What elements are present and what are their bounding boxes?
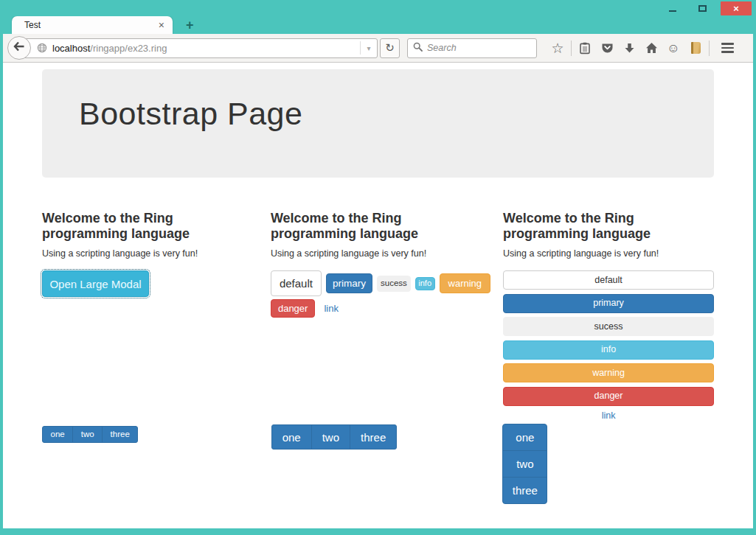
search-box[interactable]: [407, 38, 537, 58]
button-groups-row: one two three one two three one two thre…: [42, 424, 714, 504]
navigation-toolbar: localhost/ringapp/ex23.ring ▾ ↻ ☆: [3, 34, 753, 63]
back-arrow-icon: [13, 41, 25, 55]
primary-block-button[interactable]: primary: [503, 294, 714, 313]
vertical-button-group: one two three: [502, 424, 547, 504]
small-button-group: one two three: [42, 426, 138, 443]
column-2: Welcome to the Ring programming language…: [266, 206, 490, 424]
column-heading: Welcome to the Ring programming language: [503, 211, 687, 242]
danger-block-button[interactable]: danger: [503, 387, 714, 406]
sucess-block-button[interactable]: sucess: [503, 317, 714, 336]
search-icon: [413, 41, 423, 55]
group-button-one[interactable]: one: [271, 424, 312, 450]
column-heading: Welcome to the Ring programming language: [42, 211, 226, 242]
info-button[interactable]: info: [415, 277, 435, 290]
group-cell-3: one two three: [490, 424, 714, 504]
column-heading: Welcome to the Ring programming language: [271, 211, 455, 242]
tab-title: Test: [24, 20, 157, 30]
bookmark-star-icon[interactable]: ☆: [547, 41, 569, 55]
column-subtext: Using a scripting language is very fun!: [271, 248, 490, 259]
default-block-button[interactable]: default: [503, 270, 714, 290]
button-row-2: danger link: [271, 299, 490, 318]
columns-row: Welcome to the Ring programming language…: [42, 206, 714, 424]
url-host: localhost: [52, 43, 90, 54]
new-tab-button[interactable]: +: [181, 18, 198, 32]
book-icon[interactable]: [684, 42, 707, 54]
toolbar-separator: [709, 41, 710, 56]
warning-block-button[interactable]: warning: [503, 363, 714, 382]
open-large-modal-button[interactable]: Open Large Modal: [42, 270, 149, 297]
back-button[interactable]: [7, 36, 31, 60]
toolbar-icons: ☆ ☺: [547, 41, 740, 56]
group-button-three[interactable]: three: [102, 426, 138, 443]
minimize-button[interactable]: [662, 1, 684, 15]
group-button-three[interactable]: three: [502, 477, 547, 504]
jumbotron: Bootstrap Page: [42, 69, 714, 178]
group-button-one[interactable]: one: [42, 426, 73, 443]
title-bar: ×: [3, 0, 753, 16]
page-content: Bootstrap Page Welcome to the Ring progr…: [3, 63, 753, 528]
tab-strip: Test × +: [3, 16, 753, 34]
browser-window: × Test × + localhost/ringapp/ex23.ring ▾…: [0, 0, 756, 535]
normal-button-group: one two three: [271, 424, 398, 450]
hello-chat-icon[interactable]: ☺: [662, 42, 684, 55]
url-path: /ringapp/ex23.ring: [90, 43, 167, 54]
toolbar-separator: [571, 41, 572, 56]
group-button-one[interactable]: one: [502, 424, 547, 451]
window-controls: ×: [662, 1, 752, 15]
urlbar-dropdown-icon[interactable]: ▾: [361, 44, 377, 52]
url-bar[interactable]: localhost/ringapp/ex23.ring ▾: [18, 38, 378, 58]
link-button[interactable]: link: [324, 304, 339, 313]
default-button[interactable]: default: [271, 270, 322, 296]
group-button-two[interactable]: two: [311, 424, 350, 450]
column-1: Welcome to the Ring programming language…: [42, 206, 266, 424]
sucess-button[interactable]: sucess: [377, 276, 411, 292]
block-button-stack: default primary sucess info warning dang…: [503, 270, 714, 421]
warning-button[interactable]: warning: [440, 273, 491, 293]
pocket-icon[interactable]: [596, 42, 618, 54]
group-cell-1: one two three: [42, 424, 266, 443]
search-input[interactable]: [427, 43, 523, 53]
reload-button[interactable]: ↻: [380, 38, 400, 58]
minimize-icon: [669, 10, 676, 12]
column-subtext: Using a scripting language is very fun!: [42, 248, 266, 259]
close-window-button[interactable]: ×: [721, 1, 752, 15]
page-title: Bootstrap Page: [79, 96, 714, 132]
downloads-icon[interactable]: [618, 43, 640, 54]
site-identity-globe-icon[interactable]: [37, 43, 47, 53]
group-cell-2: one two three: [266, 424, 490, 450]
button-row-1: default primary sucess info warning: [271, 270, 490, 296]
info-block-button[interactable]: info: [503, 340, 714, 360]
hamburger-menu-button[interactable]: [715, 43, 740, 53]
danger-button[interactable]: danger: [271, 299, 315, 318]
group-button-two[interactable]: two: [72, 426, 103, 443]
primary-button[interactable]: primary: [326, 273, 372, 293]
maximize-button[interactable]: [691, 1, 713, 15]
maximize-icon: [698, 5, 707, 12]
tab-test[interactable]: Test ×: [12, 16, 173, 34]
home-icon[interactable]: [640, 42, 662, 54]
group-button-three[interactable]: three: [350, 424, 397, 450]
column-subtext: Using a scripting language is very fun!: [503, 248, 714, 259]
tab-close-icon[interactable]: ×: [157, 19, 166, 31]
column-3: Welcome to the Ring programming language…: [490, 206, 714, 424]
bookmarks-clipboard-icon[interactable]: [574, 42, 596, 55]
link-button[interactable]: link: [503, 410, 714, 421]
group-button-two[interactable]: two: [502, 450, 547, 478]
close-icon: ×: [733, 3, 739, 14]
